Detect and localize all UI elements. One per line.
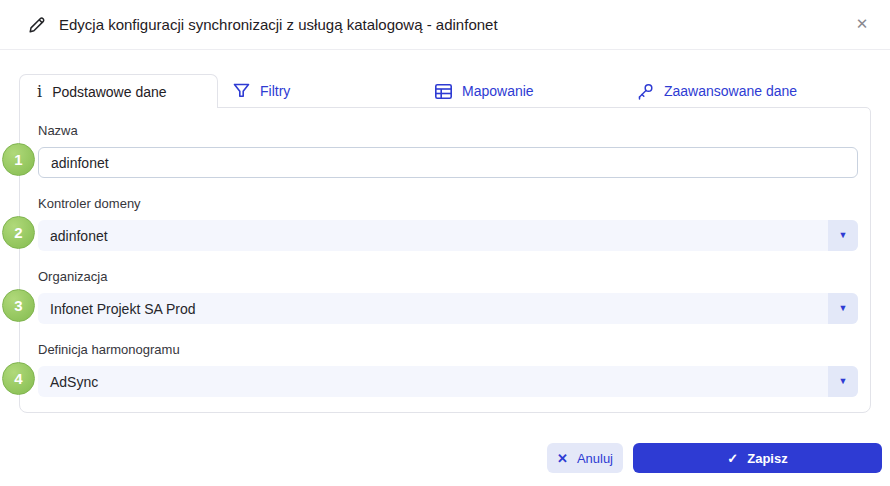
field-organizacja: 3 Organizacja Infonet Projekt SA Prod ▼ xyxy=(38,269,858,324)
funnel-icon xyxy=(233,83,250,99)
tab-label: Zaawansowane dane xyxy=(664,83,797,99)
tab-label: Mapowanie xyxy=(462,83,534,99)
nazwa-input[interactable] xyxy=(38,147,858,178)
check-icon: ✓ xyxy=(727,452,738,465)
step-badge-2: 2 xyxy=(2,216,35,249)
save-button-label: Zapisz xyxy=(747,451,787,466)
step-badge-4: 4 xyxy=(2,362,35,395)
chevron-down-icon: ▼ xyxy=(839,304,848,313)
chevron-down-icon: ▼ xyxy=(839,231,848,240)
step-badge-3: 3 xyxy=(2,289,35,322)
tab-filtry[interactable]: Filtry xyxy=(218,74,420,108)
dialog-title: Edycja konfiguracji synchronizacji z usł… xyxy=(59,16,498,33)
dropdown-arrow-button[interactable]: ▼ xyxy=(828,220,858,251)
organizacja-select[interactable]: Infonet Projekt SA Prod ▼ xyxy=(38,293,858,324)
field-label-nazwa: Nazwa xyxy=(38,123,858,138)
field-label-kontroler-domeny: Kontroler domeny xyxy=(38,196,858,211)
selected-value: adinfonet xyxy=(50,228,108,244)
definicja-harmonogramu-select[interactable]: AdSync ▼ xyxy=(38,366,858,397)
tab-mapowanie[interactable]: Mapowanie xyxy=(420,74,622,108)
tab-bar: i Podstawowe dane Filtry Mapowanie xyxy=(19,74,871,108)
dropdown-arrow-button[interactable]: ▼ xyxy=(828,293,858,324)
basic-data-panel: 1 Nazwa 2 Kontroler domeny adinfonet ▼ 3… xyxy=(19,107,871,413)
chevron-down-icon: ▼ xyxy=(839,377,848,386)
step-badge-1: 1 xyxy=(2,143,35,176)
field-label-definicja-harmonogramu: Definicja harmonogramu xyxy=(38,342,858,357)
table-icon xyxy=(435,84,452,99)
tab-podstawowe-dane[interactable]: i Podstawowe dane xyxy=(19,74,218,108)
key-icon xyxy=(637,83,654,100)
info-icon: i xyxy=(37,84,42,100)
kontroler-domeny-select[interactable]: adinfonet ▼ xyxy=(38,220,858,251)
selected-value: AdSync xyxy=(50,374,98,390)
dropdown-arrow-button[interactable]: ▼ xyxy=(828,366,858,397)
tab-zaawansowane-dane[interactable]: Zaawansowane dane xyxy=(622,74,824,108)
cancel-button-label: Anuluj xyxy=(577,451,613,466)
dialog-header: Edycja konfiguracji synchronizacji z usł… xyxy=(0,0,890,50)
edit-pencil-icon xyxy=(28,16,46,34)
close-icon[interactable]: ✕ xyxy=(850,12,874,36)
save-button[interactable]: ✓ Zapisz xyxy=(633,443,882,473)
dialog-footer: ✕ Anuluj ✓ Zapisz xyxy=(547,443,882,473)
field-kontroler-domeny: 2 Kontroler domeny adinfonet ▼ xyxy=(38,196,858,251)
x-icon: ✕ xyxy=(557,452,568,465)
tab-label: Filtry xyxy=(260,83,290,99)
field-label-organizacja: Organizacja xyxy=(38,269,858,284)
tab-label: Podstawowe dane xyxy=(52,84,166,100)
field-definicja-harmonogramu: 4 Definicja harmonogramu AdSync ▼ xyxy=(38,342,858,397)
field-nazwa: 1 Nazwa xyxy=(38,123,858,178)
selected-value: Infonet Projekt SA Prod xyxy=(50,301,196,317)
cancel-button[interactable]: ✕ Anuluj xyxy=(547,443,623,473)
